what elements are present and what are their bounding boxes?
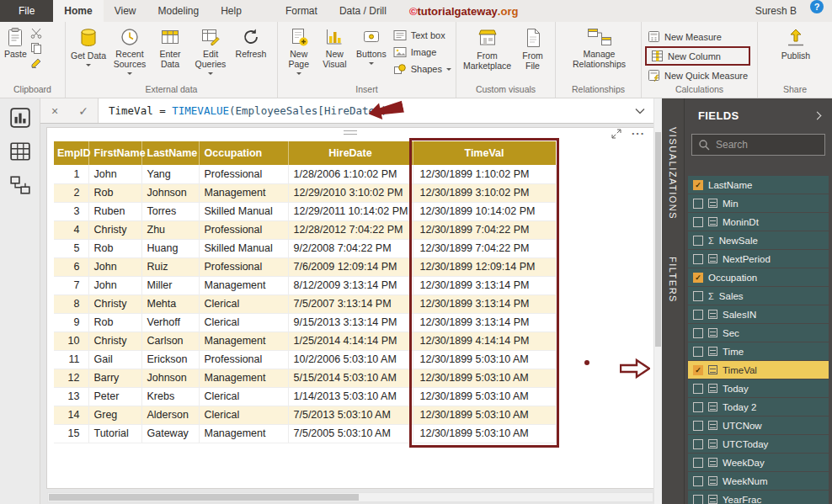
field-checkbox[interactable] bbox=[693, 199, 703, 209]
vertical-scrollbar[interactable] bbox=[653, 98, 662, 504]
field-item[interactable]: TimeVal bbox=[688, 361, 829, 379]
field-checkbox[interactable] bbox=[693, 328, 703, 338]
field-checkbox[interactable] bbox=[693, 291, 703, 301]
tab-data-drill[interactable]: Data / Drill bbox=[328, 0, 397, 22]
get-data-button[interactable]: Get Data bbox=[69, 25, 108, 68]
field-item[interactable]: Today 2 bbox=[688, 398, 829, 416]
publish-button[interactable]: Publish bbox=[776, 25, 815, 63]
field-checkbox[interactable] bbox=[693, 384, 703, 394]
table-row[interactable]: 3 Ruben Torres Skilled Manual 12/29/2011… bbox=[54, 202, 556, 220]
field-item[interactable]: WeekNum bbox=[688, 472, 829, 490]
field-checkbox[interactable] bbox=[693, 476, 703, 486]
field-item[interactable]: Sec bbox=[688, 324, 829, 342]
user-name[interactable]: Suresh B bbox=[755, 0, 797, 22]
column-header[interactable]: TimeVal bbox=[413, 141, 556, 165]
field-checkbox[interactable] bbox=[693, 439, 703, 449]
field-item[interactable]: SalesIN bbox=[688, 305, 829, 323]
field-item[interactable]: Today bbox=[688, 379, 829, 397]
field-item[interactable]: Min bbox=[688, 194, 829, 212]
table-row[interactable]: 13 Peter Krebs Clerical 1/14/2013 5:03:1… bbox=[54, 387, 556, 406]
buttons-button[interactable]: Buttons bbox=[353, 25, 390, 66]
edit-queries-button[interactable]: Edit Queries bbox=[189, 25, 232, 77]
new-page-button[interactable]: New Page bbox=[281, 25, 317, 77]
field-checkbox[interactable] bbox=[693, 217, 703, 227]
field-item[interactable]: Sales bbox=[688, 287, 829, 305]
field-item[interactable]: MoninDt bbox=[688, 213, 829, 231]
tab-home[interactable]: Home bbox=[53, 0, 103, 22]
field-item[interactable]: NewSale bbox=[688, 231, 829, 249]
table-row[interactable]: 6 John Ruiz Professional 7/6/2009 12:09:… bbox=[54, 257, 556, 276]
recent-sources-button[interactable]: Recent Sources bbox=[109, 25, 151, 77]
from-file-button[interactable]: From File bbox=[516, 25, 550, 73]
field-item[interactable]: UTCNow bbox=[688, 416, 829, 434]
help-icon[interactable]: ? bbox=[810, 0, 824, 13]
visualizations-panel-tab[interactable]: VISUALIZATIONS bbox=[668, 127, 678, 220]
tab-help[interactable]: Help bbox=[210, 0, 253, 22]
table-row[interactable]: 4 Christy Zhu Professional 12/28/2012 7:… bbox=[54, 220, 556, 239]
expand-formula-bar-icon[interactable] bbox=[635, 108, 645, 114]
table-row[interactable]: 8 Christy Mehta Clerical 7/5/2007 3:13:1… bbox=[54, 294, 556, 313]
tab-file[interactable]: File bbox=[0, 0, 53, 22]
table-row[interactable]: 12 Barry Johnson Management 5/15/2014 5:… bbox=[54, 369, 556, 387]
field-checkbox[interactable] bbox=[693, 365, 703, 375]
field-item[interactable]: YearFrac bbox=[688, 491, 829, 504]
field-checkbox[interactable] bbox=[693, 495, 703, 504]
more-options-icon[interactable]: ··· bbox=[632, 129, 645, 139]
field-item[interactable]: WeekDay bbox=[688, 454, 829, 471]
field-checkbox[interactable] bbox=[693, 180, 703, 190]
table-row[interactable]: 1 John Yang Professional 1/28/2006 1:10:… bbox=[54, 165, 556, 183]
cancel-formula-button[interactable]: × bbox=[40, 99, 69, 123]
collapse-fields-panel-icon[interactable] bbox=[813, 111, 822, 119]
from-marketplace-button[interactable]: From Marketplace bbox=[464, 25, 511, 73]
field-checkbox[interactable] bbox=[693, 458, 703, 468]
table-row[interactable]: 15 Tutorial Gateway Management 7/5/2005 … bbox=[54, 424, 556, 443]
cut-icon[interactable] bbox=[30, 27, 42, 39]
column-header[interactable]: LastName bbox=[141, 141, 199, 165]
filters-panel-tab[interactable]: FILTERS bbox=[668, 257, 678, 303]
manage-relationships-button[interactable]: Manage Relationships bbox=[564, 25, 635, 72]
field-checkbox[interactable] bbox=[693, 421, 703, 431]
copy-icon[interactable] bbox=[30, 42, 42, 54]
text-box-button[interactable]: Text box bbox=[391, 28, 454, 43]
focus-mode-icon[interactable] bbox=[611, 129, 621, 139]
report-view-icon[interactable] bbox=[9, 107, 31, 129]
table-row[interactable]: 14 Greg Alderson Clerical 7/5/2013 5:03:… bbox=[54, 406, 556, 424]
table-row[interactable]: 5 Rob Huang Skilled Manual 9/2/2008 7:04… bbox=[54, 239, 556, 257]
field-item[interactable]: Time bbox=[688, 342, 829, 360]
field-item[interactable]: LastName bbox=[688, 176, 829, 194]
drag-handle[interactable] bbox=[344, 130, 357, 136]
new-quick-measure-button[interactable]: New Quick Measure bbox=[645, 67, 750, 83]
data-view-icon[interactable] bbox=[9, 141, 31, 162]
enter-data-button[interactable]: Enter Data bbox=[152, 25, 189, 72]
tab-view[interactable]: View bbox=[104, 0, 147, 22]
field-checkbox[interactable] bbox=[693, 254, 703, 264]
field-checkbox[interactable] bbox=[693, 402, 703, 412]
column-header[interactable]: FirstName bbox=[88, 141, 141, 165]
new-measure-button[interactable]: New Measure bbox=[645, 29, 750, 45]
column-header[interactable]: Occupation bbox=[199, 141, 288, 165]
field-checkbox[interactable] bbox=[693, 347, 703, 357]
tab-format[interactable]: Format bbox=[275, 0, 328, 22]
refresh-button[interactable]: Refresh bbox=[232, 25, 269, 61]
horizontal-scrollbar[interactable] bbox=[47, 492, 653, 502]
shapes-button[interactable]: Shapes bbox=[391, 61, 454, 77]
column-header[interactable]: EmpID bbox=[54, 141, 88, 165]
tab-modeling[interactable]: Modeling bbox=[147, 0, 210, 22]
formula-input[interactable]: TimeVal = TIMEVALUE(EmployeeSales[HireDa… bbox=[99, 104, 387, 117]
field-item[interactable]: NextPeriod bbox=[688, 250, 829, 268]
format-painter-icon[interactable] bbox=[30, 57, 42, 69]
paste-button[interactable]: Paste bbox=[3, 25, 28, 61]
new-visual-button[interactable]: New Visual bbox=[317, 25, 353, 72]
table-row[interactable]: 2 Rob Johnson Management 12/29/2010 3:10… bbox=[54, 183, 556, 202]
field-checkbox[interactable] bbox=[693, 273, 703, 283]
field-item[interactable]: UTCToday bbox=[688, 435, 829, 453]
commit-formula-button[interactable]: ✓ bbox=[69, 99, 98, 123]
new-column-button[interactable]: New Column bbox=[648, 48, 740, 64]
field-checkbox[interactable] bbox=[693, 310, 703, 320]
model-view-icon[interactable] bbox=[9, 174, 31, 196]
field-item[interactable]: Occupation bbox=[688, 268, 829, 286]
table-row[interactable]: 11 Gail Erickson Professional 10/2/2006 … bbox=[54, 350, 556, 369]
table-row[interactable]: 10 Christy Carlson Management 1/25/2014 … bbox=[54, 332, 556, 350]
field-checkbox[interactable] bbox=[693, 236, 703, 246]
table-row[interactable]: 7 John Miller Management 8/12/2009 3:13:… bbox=[54, 276, 556, 294]
